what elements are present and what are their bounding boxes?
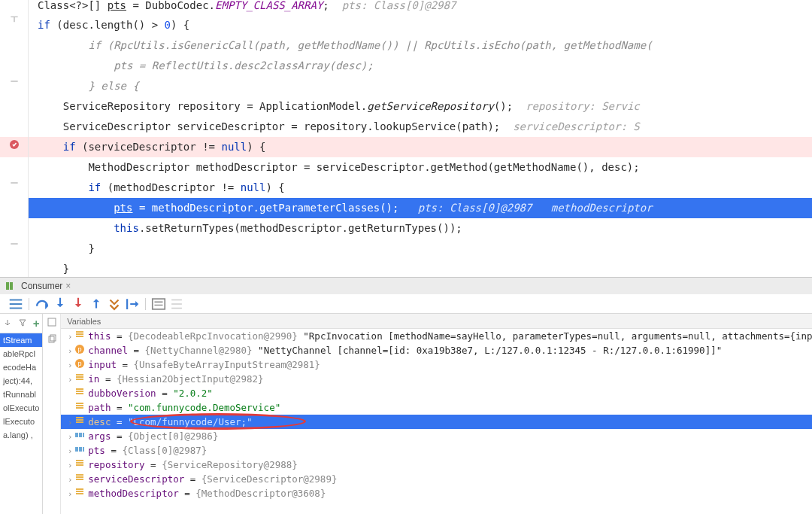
code-line[interactable]: ServiceDescriptor serviceDescriptor = re…: [29, 117, 812, 137]
force-step-into-icon[interactable]: [70, 297, 86, 312]
svg-rect-28: [83, 433, 84, 437]
variable-row[interactable]: ›methodDescriptor = {MethodDescriptor@36…: [61, 486, 812, 500]
code-line[interactable]: ServiceRepository repository = Applicati…: [29, 96, 812, 117]
svg-rect-35: [76, 476, 83, 478]
svg-rect-25: [76, 417, 83, 418]
step-into-icon[interactable]: [52, 297, 68, 312]
debug-tabs: Consumer ×: [0, 278, 812, 294]
variable-row[interactable]: path = "com.funnycode.DemoService": [61, 400, 812, 415]
svg-rect-8: [76, 336, 83, 337]
var-type-icon: [74, 373, 85, 387]
var-type-icon: p: [74, 344, 85, 358]
var-type-icon: [74, 458, 85, 473]
debug-panel: Consumer × + tStreamableRpcIecodeHaje: [0, 277, 812, 514]
variable-row[interactable]: ›repository = {ServiceRepository@2988}: [61, 458, 812, 472]
variable-row[interactable]: ›serviceDescriptor = {ServiceDescriptor@…: [61, 472, 812, 486]
debug-toolbar: [0, 294, 812, 314]
svg-rect-17: [76, 391, 83, 392]
frame-item[interactable]: lExecuto: [0, 415, 42, 428]
variable-row[interactable]: ›pts = {Class[0]@2987}: [61, 443, 812, 458]
svg-rect-18: [76, 393, 83, 394]
svg-rect-4: [48, 318, 56, 326]
variables-header: Variables: [61, 314, 812, 329]
step-over-icon[interactable]: [34, 297, 50, 312]
code-line[interactable]: }: [29, 259, 812, 277]
debug-tab[interactable]: Consumer ×: [17, 281, 75, 291]
code-line[interactable]: this.setReturnTypes(methodDescriptor.get…: [29, 218, 812, 239]
run-to-cursor-icon[interactable]: [124, 297, 141, 312]
frame-item[interactable]: ecodeHa: [0, 360, 42, 374]
var-type-icon: [74, 444, 85, 458]
svg-text:p: p: [78, 360, 82, 367]
fold-icon[interactable]: [9, 15, 20, 26]
add-icon[interactable]: +: [33, 318, 39, 330]
svg-rect-40: [76, 488, 83, 490]
close-icon[interactable]: ×: [65, 281, 71, 291]
trace-icon[interactable]: [168, 297, 185, 312]
frame-item[interactable]: tRunnabl: [0, 388, 42, 401]
code-line[interactable]: } else {: [29, 76, 812, 96]
svg-rect-16: [76, 374, 83, 376]
var-type-icon: [74, 401, 85, 415]
copy-icon[interactable]: [47, 334, 57, 347]
var-type-icon: [74, 430, 85, 444]
code-line[interactable]: if (desc.length() > 0) {: [29, 15, 812, 35]
code-line[interactable]: if (serviceDescriptor != null) {: [29, 137, 812, 157]
svg-rect-5: [49, 336, 54, 342]
code-line[interactable]: }: [29, 239, 812, 259]
svg-rect-26: [75, 433, 78, 437]
variables-tree[interactable]: ›this = {DecodeableRpcInvocation@2990} "…: [61, 329, 812, 514]
svg-rect-15: [76, 379, 83, 380]
fold-icon[interactable]: [9, 76, 20, 87]
code-editor[interactable]: Class<?>[] pts = DubboCodec.EMPTY_CLASS_…: [0, 0, 812, 277]
svg-rect-36: [76, 479, 83, 480]
svg-rect-23: [76, 419, 83, 421]
svg-rect-31: [83, 447, 84, 452]
frame-item[interactable]: tStream: [0, 333, 42, 347]
frame-item[interactable]: olExecuto: [0, 401, 42, 415]
fold-icon[interactable]: [9, 239, 20, 249]
variable-row[interactable]: ›this = {DecodeableRpcInvocation@2990} "…: [61, 329, 812, 343]
svg-rect-37: [76, 474, 83, 476]
variable-row[interactable]: ›in = {Hessian2ObjectInput@2982}: [61, 372, 812, 386]
drop-frame-icon[interactable]: [106, 297, 123, 312]
frame-item[interactable]: ableRpcI: [0, 347, 42, 360]
code-line[interactable]: pts = ReflectUtils.desc2classArray(desc)…: [29, 56, 812, 76]
variable-row[interactable]: ›args = {Object[0]@2986}: [61, 429, 812, 443]
fold-icon[interactable]: [9, 178, 20, 188]
variable-row[interactable]: dubboVersion = "2.0.2": [61, 386, 812, 400]
variable-row[interactable]: ›pchannel = {NettyChannel@2980} "NettyCh…: [61, 343, 812, 357]
debug-icon: [5, 280, 17, 292]
frame-down-icon[interactable]: [3, 318, 12, 330]
svg-rect-19: [76, 388, 83, 390]
code-line[interactable]: Class<?>[] pts = DubboCodec.EMPTY_CLASS_…: [29, 0, 812, 16]
svg-rect-2: [10, 282, 13, 290]
step-out-icon[interactable]: [88, 297, 105, 312]
variable-row[interactable]: ›pinput = {UnsafeByteArrayInputStream@29…: [61, 357, 812, 372]
svg-rect-6: [50, 335, 56, 341]
var-type-icon: [74, 330, 85, 344]
code-line-current[interactable]: pts = methodDescriptor.getParameterClass…: [29, 198, 812, 218]
code-line[interactable]: if (RpcUtils.isGenericCall(path, getMeth…: [29, 35, 812, 56]
frame-item[interactable]: a.lang) ,: [0, 428, 42, 442]
variable-row[interactable]: ›desc = "Lcom/funnycode/User;": [61, 415, 812, 429]
svg-rect-38: [76, 491, 83, 492]
vars-sidebar: [43, 314, 61, 514]
evaluate-icon[interactable]: [150, 297, 167, 312]
show-execution-icon[interactable]: [8, 297, 24, 312]
var-type-icon: [74, 473, 85, 487]
filter-icon[interactable]: [18, 318, 27, 330]
var-type-icon: p: [74, 358, 85, 373]
breakpoint-icon[interactable]: [9, 139, 20, 150]
frame-item[interactable]: ject):44,: [0, 374, 42, 388]
svg-rect-20: [76, 405, 83, 406]
svg-rect-7: [76, 333, 83, 335]
var-type-icon: [74, 415, 85, 430]
svg-rect-32: [76, 462, 83, 464]
code-line[interactable]: MethodDescriptor methodDescriptor = serv…: [29, 157, 812, 178]
code-line[interactable]: if (methodDescriptor != null) {: [29, 178, 812, 198]
svg-rect-34: [76, 460, 83, 461]
new-watch-icon[interactable]: [47, 317, 57, 330]
var-type-icon: [74, 387, 85, 401]
svg-rect-9: [76, 331, 83, 333]
